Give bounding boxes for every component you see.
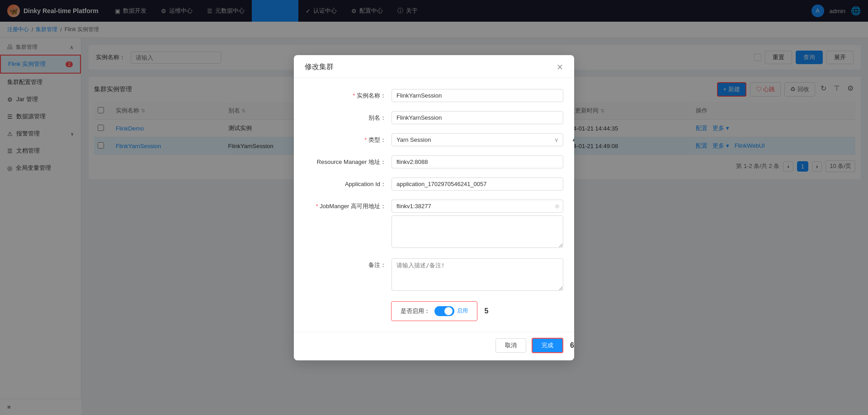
jobmanager-label: * JobManger 高可用地址： (305, 200, 386, 210)
modal-footer: 取消 完成 6 (294, 332, 574, 360)
confirm-button[interactable]: 完成 (532, 338, 563, 353)
alias-control (392, 111, 563, 124)
form-row-rm: Resource Manager 地址： (305, 155, 563, 168)
modal-body: * 实例名称： 别名： * 类型： Yar (294, 78, 574, 332)
form-row-instance-name: * 实例名称： (305, 89, 563, 102)
toggle-slider (434, 306, 454, 316)
form-row-type: * 类型： Yarn Session Standalone Kubernetes… (305, 133, 563, 146)
enable-row: 是否启用： 启用 5 (391, 301, 477, 321)
confirm-wrapper: 完成 6 (532, 338, 563, 353)
type-select[interactable]: Yarn Session Standalone Kubernetes (392, 133, 563, 146)
appid-label: Application Id： (305, 177, 386, 188)
instance-name-label: * 实例名称： (305, 89, 386, 100)
jobmanager-textarea[interactable] (392, 215, 563, 248)
form-row-alias: 别名： (305, 111, 563, 124)
type-label: * 类型： (305, 133, 386, 144)
jobmanager-input[interactable] (392, 200, 563, 213)
alias-label: 别名： (305, 111, 386, 122)
enable-toggle[interactable] (434, 306, 454, 316)
remark-label: 备注： (305, 258, 386, 269)
form-row-remark: 备注： (305, 258, 563, 292)
enable-row-wrapper: 是否启用： 启用 5 (305, 301, 563, 321)
enable-step-badge: 5 (485, 307, 489, 315)
modal-overlay[interactable]: 修改集群 ✕ * 实例名称： 别名： (0, 0, 868, 415)
appid-input[interactable] (392, 177, 563, 191)
enable-label: 是否启用： (401, 307, 430, 315)
modal-title: 修改集群 (305, 62, 334, 72)
rm-label: Resource Manager 地址： (305, 155, 386, 166)
cancel-button[interactable]: 取消 (495, 338, 526, 353)
appid-control (392, 177, 563, 191)
form-row-appid: Application Id： (305, 177, 563, 191)
modal-close-button[interactable]: ✕ (557, 62, 563, 72)
clear-jobmanager-icon[interactable]: ⊗ (555, 203, 560, 210)
alias-input[interactable] (392, 111, 563, 124)
modify-cluster-modal: 修改集群 ✕ * 实例名称： 别名： (294, 55, 574, 360)
modal-header: 修改集群 ✕ (294, 55, 574, 78)
type-control: Yarn Session Standalone Kubernetes ∨ (392, 133, 563, 146)
rm-input[interactable] (392, 155, 563, 168)
rm-control (392, 155, 563, 168)
toggle-label: 启用 (457, 307, 468, 315)
remark-control (392, 258, 563, 292)
jobmanager-control: ⊗ (392, 200, 563, 249)
instance-name-control (392, 89, 563, 102)
form-row-jobmanager: * JobManger 高可用地址： ⊗ (305, 200, 563, 249)
remark-textarea[interactable] (392, 258, 563, 291)
confirm-step-badge: 6 (570, 341, 574, 350)
instance-name-input[interactable] (392, 89, 563, 102)
type-step-badge: 4 (573, 136, 574, 144)
toggle-wrapper: 启用 (434, 306, 468, 316)
